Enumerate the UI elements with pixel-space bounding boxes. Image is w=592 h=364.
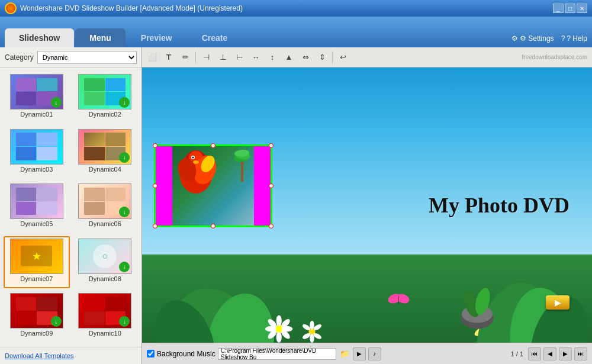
distribute-h-button[interactable]: ↔ bbox=[248, 50, 263, 65]
flip-h-icon: ⇔ bbox=[303, 53, 309, 62]
settings-button[interactable]: ⚙ ⚙ Settings bbox=[511, 34, 554, 43]
close-button[interactable]: ✕ bbox=[577, 4, 587, 13]
template-label-d04: Dynamic04 bbox=[89, 166, 121, 173]
canvas-area[interactable]: ▶ bbox=[142, 67, 592, 343]
help-button[interactable]: ? ? Help bbox=[561, 34, 587, 43]
align-right-icon: ⊢ bbox=[236, 53, 243, 62]
handle-top-middle[interactable] bbox=[211, 143, 215, 148]
template-item-d04[interactable]: ↓ Dynamic04 bbox=[72, 127, 139, 179]
template-thumb-d06: ↓ bbox=[78, 183, 131, 219]
gear-icon: ⚙ bbox=[511, 34, 518, 43]
next-button[interactable]: ▶ bbox=[559, 347, 572, 360]
play-music-button[interactable]: ▶ bbox=[353, 347, 366, 360]
template-label-d02: Dynamic02 bbox=[89, 111, 121, 118]
minimize-button[interactable]: _ bbox=[553, 4, 564, 13]
main-layout: Category Dynamic ↓ bbox=[0, 47, 592, 364]
download-icon-d04: ↓ bbox=[119, 152, 130, 163]
toolbar: ⬜ T ✏ ⊣ ⊥ ⊢ ↔ ↕ ▲ bbox=[142, 47, 592, 67]
category-select[interactable]: Dynamic bbox=[37, 51, 137, 64]
tab-bar: Slideshow Menu Preview Create ⚙ ⚙ Settin… bbox=[0, 17, 592, 47]
bg-music-section: Background Music C:\Program Files\Wonder… bbox=[147, 347, 381, 360]
template-thumb-d04: ↓ bbox=[78, 129, 131, 165]
category-bar: Category Dynamic bbox=[0, 47, 141, 68]
play-button[interactable]: ▶ bbox=[546, 295, 570, 310]
template-item-d06[interactable]: ↓ Dynamic06 bbox=[72, 181, 139, 234]
align-left-icon: ⊣ bbox=[203, 53, 210, 62]
toolbar-separator-2 bbox=[332, 51, 333, 63]
svg-point-16 bbox=[310, 334, 314, 343]
prev-button[interactable]: ◀ bbox=[543, 347, 556, 360]
bg-music-checkbox[interactable] bbox=[147, 350, 155, 357]
template-thumb-d01: ↓ bbox=[10, 74, 63, 109]
toolbar-separator-1 bbox=[195, 51, 196, 63]
template-item-d01[interactable]: ↓ Dynamic01 bbox=[4, 72, 70, 124]
handle-middle-left[interactable] bbox=[153, 183, 157, 188]
handle-top-left[interactable] bbox=[153, 143, 157, 148]
window-controls[interactable]: _ □ ✕ bbox=[553, 4, 587, 13]
download-all-link[interactable]: Download All Templates bbox=[0, 347, 141, 364]
bring-front-button[interactable]: ▲ bbox=[281, 50, 297, 65]
distribute-v-icon: ↕ bbox=[271, 53, 275, 62]
flip-v-button[interactable]: ⇕ bbox=[314, 50, 330, 65]
template-item-d09[interactable]: ↓ Dynamic09 bbox=[4, 291, 70, 343]
pencil-icon: ✏ bbox=[182, 53, 189, 62]
align-center-button[interactable]: ⊥ bbox=[215, 50, 230, 65]
tab-create[interactable]: Create bbox=[188, 28, 242, 47]
app-title: Wondershare DVD Slideshow Builder [Advan… bbox=[20, 4, 243, 12]
template-label-d07: Dynamic07 bbox=[20, 275, 53, 282]
prev-start-button[interactable]: ⏮ bbox=[528, 347, 541, 360]
svg-point-8 bbox=[276, 331, 282, 343]
text-tool-button[interactable]: T bbox=[161, 50, 176, 65]
flip-h-button[interactable]: ⇔ bbox=[298, 50, 313, 65]
distribute-v-button[interactable]: ↕ bbox=[265, 50, 280, 65]
handle-bottom-right[interactable] bbox=[269, 224, 274, 228]
download-icon-d01: ↓ bbox=[51, 97, 62, 108]
template-item-d05[interactable]: Dynamic05 bbox=[4, 181, 70, 234]
template-item-d03[interactable]: Dynamic03 bbox=[4, 127, 70, 179]
undo-button[interactable]: ↩ bbox=[335, 50, 350, 65]
handle-middle-right[interactable] bbox=[269, 183, 274, 188]
next-end-button[interactable]: ⏭ bbox=[574, 347, 587, 360]
stop-music-button[interactable]: ♪ bbox=[368, 347, 381, 360]
browse-music-button[interactable]: 📁 bbox=[339, 348, 350, 360]
bg-music-path: C:\Program Files\Wondershare\DVD Slidesh… bbox=[218, 348, 336, 360]
pencil-tool-button[interactable]: ✏ bbox=[178, 50, 193, 65]
page-indicator: 1 / 1 bbox=[509, 350, 526, 357]
select-tool-button[interactable]: ⬜ bbox=[144, 50, 160, 65]
template-label-d06: Dynamic06 bbox=[89, 220, 121, 227]
template-item-d10[interactable]: ↓ Dynamic10 bbox=[72, 291, 139, 343]
svg-point-43 bbox=[192, 157, 194, 159]
tab-menu[interactable]: Menu bbox=[75, 28, 126, 47]
template-thumb-d08: ○ ↓ bbox=[78, 239, 131, 274]
maximize-button[interactable]: □ bbox=[565, 4, 575, 13]
download-icon-d10: ↓ bbox=[119, 316, 130, 327]
flowers-decoration bbox=[142, 233, 592, 343]
bg-music-label: Background Music bbox=[157, 350, 215, 358]
canvas-selected-element[interactable] bbox=[154, 144, 272, 227]
align-left-button[interactable]: ⊣ bbox=[198, 50, 214, 65]
handle-bottom-middle[interactable] bbox=[211, 224, 215, 228]
template-thumb-d07: ★ bbox=[10, 239, 63, 274]
download-icon-d06: ↓ bbox=[119, 207, 130, 217]
handle-bottom-left[interactable] bbox=[153, 224, 157, 228]
canvas-title: My Photo DVD bbox=[429, 193, 570, 218]
undo-icon: ↩ bbox=[340, 53, 346, 62]
bottom-bar: Background Music C:\Program Files\Wonder… bbox=[142, 343, 592, 364]
handle-top-right[interactable] bbox=[269, 143, 274, 148]
tab-preview[interactable]: Preview bbox=[127, 28, 186, 47]
left-panel: Category Dynamic ↓ bbox=[0, 47, 142, 364]
template-thumb-d05 bbox=[10, 183, 63, 219]
template-item-d02[interactable]: ↓ Dynamic02 bbox=[72, 72, 139, 124]
right-panel: ⬜ T ✏ ⊣ ⊥ ⊢ ↔ ↕ ▲ bbox=[142, 47, 592, 364]
svg-point-4 bbox=[276, 315, 282, 327]
template-item-d07[interactable]: ★ Dynamic07 bbox=[4, 236, 70, 289]
tab-slideshow[interactable]: Slideshow bbox=[5, 28, 74, 47]
download-icon-d09: ↓ bbox=[51, 316, 62, 327]
align-right-button[interactable]: ⊢ bbox=[231, 50, 247, 65]
category-label: Category bbox=[5, 53, 34, 62]
watermark-text: freedownloadsplace.com bbox=[522, 54, 590, 60]
template-thumb-d10: ↓ bbox=[78, 293, 131, 328]
template-thumb-d02: ↓ bbox=[78, 74, 131, 109]
template-label-d08: Dynamic08 bbox=[89, 275, 121, 282]
template-item-d08[interactable]: ○ ↓ Dynamic08 bbox=[72, 236, 139, 289]
